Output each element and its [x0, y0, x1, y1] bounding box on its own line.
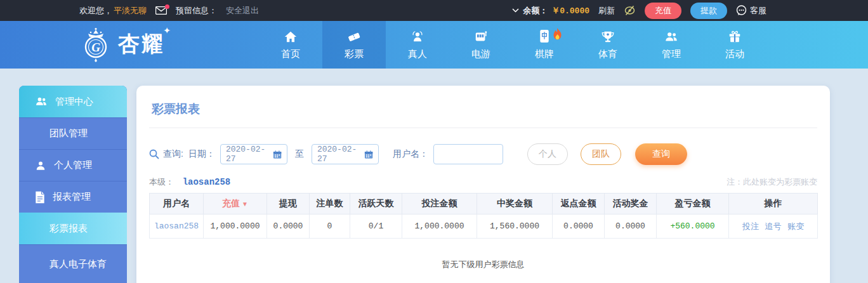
level-label: 本级： [149, 177, 174, 187]
balance-label: 余额： [523, 5, 548, 16]
reserved-info-label: 预留信息： [176, 5, 217, 16]
date-from-input[interactable]: 2020-02-27 [220, 144, 287, 164]
page-title: 彩票报表 [152, 101, 817, 117]
col-bet-count: 注单数 [310, 194, 350, 214]
personal-filter-button[interactable]: 个人 [527, 143, 568, 165]
col-username: 用户名 [150, 194, 204, 214]
main-content-card: 彩票报表 查询: 日期： 2020-02-27 至 2020-02-27 [136, 86, 830, 283]
row-activity-bonus: 0.0000 [605, 214, 657, 239]
customer-service-button[interactable]: 客服 [736, 5, 766, 16]
username-label: 用户名： [393, 148, 428, 160]
service-label: 客服 [750, 5, 766, 16]
sort-desc-icon: ▼ [242, 201, 248, 207]
title-divider [149, 128, 817, 128]
chat-bubble-icon [736, 5, 747, 16]
nav-item-home[interactable]: 首页 [259, 21, 322, 69]
document-icon [34, 191, 46, 204]
report-table: 用户名 充值▼ 提现 注单数 活跃天数 投注金额 中奖金额 返点金额 活动奖金 … [149, 193, 818, 239]
query-label: 查询: [163, 148, 183, 160]
col-actions: 操作 [729, 194, 818, 214]
live-person-icon [411, 30, 424, 44]
col-rebate-amount: 返点金额 [553, 194, 605, 214]
row-recharge: 1,000.0000 [204, 214, 267, 239]
team-filter-button[interactable]: 团队 [581, 143, 621, 165]
calendar-icon [364, 150, 373, 159]
date-to-input[interactable]: 2020-02-27 [312, 144, 379, 164]
user-icon [34, 159, 47, 172]
brand-logo[interactable]: G 杏耀 ✦ [77, 26, 165, 63]
sidebar-item-team-admin[interactable]: 团队管理 [19, 117, 127, 149]
nav-item-boardgames[interactable]: 棋牌 [513, 21, 576, 69]
col-recharge-sortable[interactable]: 充值▼ [204, 194, 267, 214]
svg-text:G: G [91, 41, 100, 54]
sidebar-item-live-esports[interactable]: 真人电子体育 [19, 244, 127, 283]
account-username: 平淡无聊 [114, 5, 147, 16]
hot-fire-icon [552, 28, 563, 40]
row-profit-amount: +560.0000 [657, 214, 729, 239]
nav-item-sports[interactable]: 体育 [576, 21, 640, 69]
table-row: laosan258 1,000.0000 0.0000 0 0/1 1,000.… [150, 214, 818, 239]
level-row: 本级： laosan258 注：此处账变为彩票账变 [149, 176, 817, 188]
calendar-icon [273, 150, 282, 159]
logout-link[interactable]: 安全退出 [226, 5, 259, 16]
board-tile-icon [539, 29, 550, 44]
level-username: laosan258 [183, 177, 231, 187]
col-profit-amount: 盈亏金额 [657, 194, 729, 214]
users-icon [664, 30, 679, 44]
gift-icon [728, 30, 742, 44]
withdraw-button[interactable]: 提款 [690, 3, 727, 19]
row-rebate-amount: 0.0000 [553, 214, 605, 239]
top-bar: 欢迎您， 平淡无聊 预留信息： 安全退出 余额： ￥0.0000 刷新 充值 提… [0, 0, 868, 21]
nav-item-egames[interactable]: 电游 [449, 21, 513, 69]
col-withdraw: 提现 [267, 194, 310, 214]
nav-item-lottery[interactable]: 彩票 [322, 21, 386, 69]
bet-action-link[interactable]: 投注 [742, 221, 759, 231]
refresh-button[interactable]: 刷新 [598, 5, 615, 16]
search-toolbar: 查询: 日期： 2020-02-27 至 2020-02-27 用户名： [149, 143, 817, 165]
ticket-icon [346, 30, 362, 44]
welcome-label: 欢迎您， [79, 5, 112, 16]
notification-dot-icon [165, 4, 169, 9]
mail-button[interactable] [155, 6, 167, 15]
slot-machine-icon [473, 30, 489, 44]
row-bet-count: 0 [310, 214, 350, 239]
nav-item-admin[interactable]: 管理 [640, 21, 703, 69]
sidebar-item-admin-center[interactable]: 管理中心 [19, 86, 127, 117]
eye-slash-icon[interactable] [624, 6, 636, 15]
table-header-row: 用户名 充值▼ 提现 注单数 活跃天数 投注金额 中奖金额 返点金额 活动奖金 … [150, 194, 818, 214]
nav-item-promotions[interactable]: 活动 [703, 21, 766, 69]
row-win-amount: 1,560.0000 [477, 214, 553, 239]
row-actions: 投注 追号 账变 [729, 214, 818, 239]
col-activity-bonus: 活动奖金 [605, 194, 657, 214]
sidebar-item-lottery-report[interactable]: 彩票报表 [19, 213, 127, 244]
nav-menu: 首页 彩票 真人 [259, 21, 766, 69]
row-bet-amount: 1,000.0000 [402, 214, 477, 239]
sidebar-item-personal-admin[interactable]: 个人管理 [19, 149, 127, 181]
account-change-action-link[interactable]: 账变 [787, 221, 804, 231]
users-icon [34, 95, 48, 108]
home-icon [284, 30, 298, 44]
username-input[interactable] [433, 144, 503, 164]
search-button[interactable]: 查询 [635, 143, 687, 165]
empty-table-message: 暂无下级用户彩票信息 [149, 239, 817, 283]
account-change-note: 注：此处账变为彩票账变 [727, 176, 817, 188]
row-withdraw: 0.0000 [267, 214, 310, 239]
topbar-left: 欢迎您， 平淡无聊 预留信息： 安全退出 [79, 5, 268, 16]
row-username-link[interactable]: laosan258 [154, 221, 199, 231]
sparkle-icon: ✦ [163, 25, 173, 36]
search-icon [149, 149, 159, 159]
sidebar-item-report-admin[interactable]: 报表管理 [19, 181, 127, 213]
col-active-days: 活跃天数 [350, 194, 402, 214]
nav-item-live[interactable]: 真人 [386, 21, 449, 69]
main-nav-bar: G 杏耀 ✦ 首页 彩票 [0, 21, 868, 69]
balance-value: ￥0.0000 [551, 5, 589, 16]
chevron-down-icon[interactable] [512, 8, 519, 13]
trophy-icon [601, 30, 615, 44]
col-bet-amount: 投注金额 [402, 194, 477, 214]
col-win-amount: 中奖金额 [477, 194, 553, 214]
sidebar: 管理中心 团队管理 个人管理 报表管理 彩票报表 真人电子体育 [19, 86, 127, 283]
chase-action-link[interactable]: 追号 [765, 221, 782, 231]
recharge-button[interactable]: 充值 [645, 3, 681, 19]
row-active-days: 0/1 [350, 214, 402, 239]
topbar-right: 余额： ￥0.0000 刷新 充值 提款 客服 [512, 3, 766, 19]
